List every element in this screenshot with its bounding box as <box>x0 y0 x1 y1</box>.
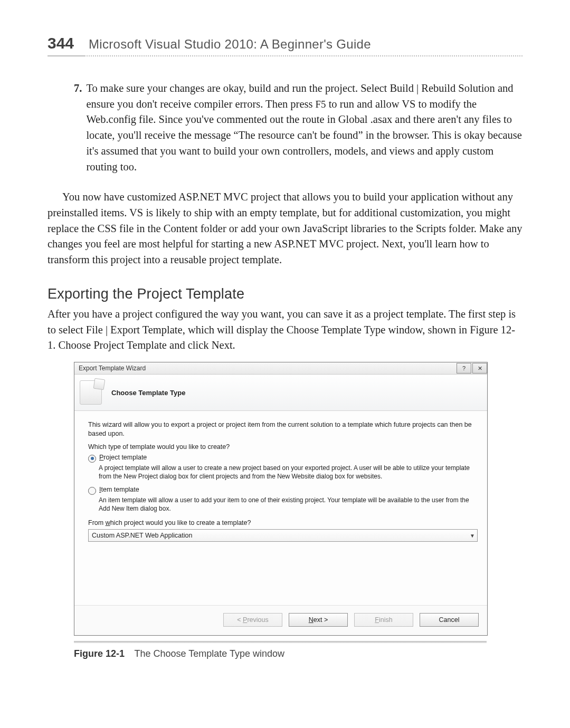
step-number: 7. <box>74 81 82 175</box>
help-button[interactable]: ? <box>457 363 471 373</box>
from-which-label: From which project would you like to cre… <box>88 519 478 528</box>
section-heading-exporting: Exporting the Project Template <box>48 284 522 304</box>
finish-button: Finish <box>354 613 413 627</box>
paragraph-exporting: After you have a project configured the … <box>48 306 522 353</box>
page-number: 344 <box>48 34 74 52</box>
close-icon: ✕ <box>478 366 482 371</box>
figure-caption: Figure 12-1 The Choose Template Type win… <box>74 648 522 659</box>
option-item-template[interactable]: Item template <box>88 486 478 495</box>
header-rule <box>48 55 522 56</box>
option-project-template-desc: A project template will allow a user to … <box>99 464 478 481</box>
option-item-template-desc: An item template will allow a user to ad… <box>99 496 478 513</box>
radio-unselected-icon <box>88 487 96 495</box>
wizard-window-title: Export Template Wizard <box>79 365 146 372</box>
step-7-text: To make sure your changes are okay, buil… <box>86 81 522 175</box>
wizard-titlebar: Export Template Wizard ? ✕ <box>74 362 487 375</box>
wizard-intro-text: This wizard will allow you to export a p… <box>88 420 478 438</box>
previous-button: < Previous <box>223 613 282 627</box>
keycap-f5: F5 <box>316 99 326 110</box>
wizard-question: Which type of template would you like to… <box>88 443 478 452</box>
wizard-banner: Choose Template Type <box>74 375 487 411</box>
paragraph-summary: You now have customized ASP.NET MVC proj… <box>48 189 522 268</box>
figure-number: Figure 12-1 <box>74 648 125 659</box>
next-button[interactable]: Next > <box>289 613 348 627</box>
template-icon <box>80 380 102 405</box>
wizard-button-row: < Previous Next > Finish Cancel <box>74 605 487 635</box>
figure-rule <box>74 641 487 643</box>
wizard-banner-title: Choose Template Type <box>111 389 185 397</box>
export-template-wizard: Export Template Wizard ? ✕ Choose Templa… <box>74 362 488 636</box>
book-title: Microsoft Visual Studio 2010: A Beginner… <box>89 37 371 52</box>
cancel-button[interactable]: Cancel <box>420 613 479 627</box>
help-icon: ? <box>462 366 466 371</box>
close-button[interactable]: ✕ <box>472 363 487 373</box>
project-dropdown-value: Custom ASP.NET Web Application <box>92 532 192 539</box>
project-dropdown[interactable]: Custom ASP.NET Web Application ▼ <box>88 529 478 542</box>
radio-selected-icon <box>88 455 96 463</box>
option-project-template[interactable]: Project template <box>88 454 478 463</box>
figure-caption-text: The Choose Template Type window <box>135 648 285 659</box>
chevron-down-icon: ▼ <box>470 533 475 539</box>
